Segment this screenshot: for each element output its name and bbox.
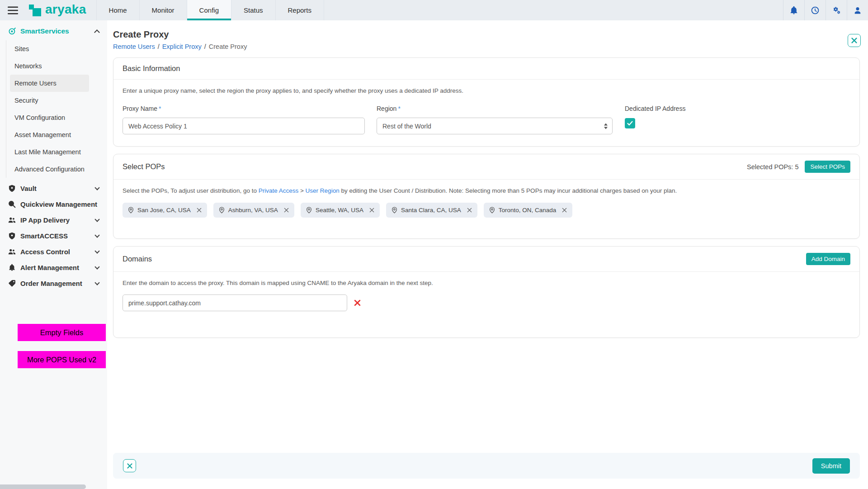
tab-reports[interactable]: Reports bbox=[275, 0, 325, 20]
location-pin-icon bbox=[306, 207, 312, 214]
chevron-down-icon bbox=[94, 185, 99, 190]
submit-button[interactable]: Submit bbox=[812, 458, 850, 474]
location-pin-icon bbox=[489, 207, 495, 214]
location-pin-icon bbox=[219, 207, 225, 214]
pop-chip-ashburn: Ashburn, VA, USA bbox=[213, 203, 294, 218]
remove-pop-icon[interactable] bbox=[197, 208, 202, 213]
footer-action-bar: Submit bbox=[113, 453, 860, 479]
private-access-link[interactable]: Private Access bbox=[259, 187, 299, 194]
remove-domain-icon[interactable] bbox=[354, 299, 361, 306]
region-select[interactable]: Rest of the World bbox=[377, 118, 613, 134]
pop-chip-seattle: Seattle, WA, USA bbox=[301, 203, 380, 218]
tab-config[interactable]: Config bbox=[187, 0, 231, 20]
history-clock-button[interactable] bbox=[804, 0, 826, 20]
sidebar-section-access-control[interactable]: Access Control bbox=[0, 244, 107, 260]
target-icon bbox=[8, 27, 16, 35]
main-content: Create Proxy Remote Users / Explicit Pro… bbox=[107, 20, 868, 489]
page-title: Create Proxy bbox=[113, 29, 860, 40]
remove-pop-icon[interactable] bbox=[369, 208, 374, 213]
chevron-down-icon bbox=[94, 248, 99, 253]
empty-fields-button[interactable]: Empty Fields bbox=[18, 324, 106, 341]
selected-pops-count: Selected POPs: 5 bbox=[747, 163, 798, 171]
search-icon bbox=[8, 200, 16, 208]
chevron-up-icon bbox=[94, 29, 100, 35]
select-pops-description: Select the POPs, To adjust user distribu… bbox=[123, 187, 850, 194]
breadcrumb-separator: / bbox=[204, 43, 206, 50]
sidebar: SmartServices Sites Networks Remote User… bbox=[0, 20, 107, 489]
sidebar-item-asset-management[interactable]: Asset Management bbox=[10, 126, 89, 143]
sidebar-item-advanced-configuration[interactable]: Advanced Configuration bbox=[10, 161, 89, 178]
pop-chip-label: Seattle, WA, USA bbox=[316, 207, 363, 214]
sidebar-section-label: Alert Management bbox=[20, 264, 79, 271]
user-region-link[interactable]: User Region bbox=[306, 187, 340, 194]
dedicated-ip-checkbox[interactable] bbox=[625, 118, 635, 128]
sidebar-section-ip-app-delivery[interactable]: IP App Delivery bbox=[0, 212, 107, 228]
domain-input[interactable] bbox=[123, 294, 347, 311]
basic-information-header: Basic Information bbox=[113, 58, 859, 80]
sidebar-item-remote-users[interactable]: Remote Users bbox=[10, 75, 89, 92]
close-icon bbox=[127, 463, 132, 469]
card-title: Select POPs bbox=[123, 162, 165, 171]
select-pops-button[interactable]: Select POPs bbox=[805, 161, 850, 173]
more-pops-used-button[interactable]: More POPS Used v2 bbox=[18, 351, 106, 368]
pop-chip-label: Toronto, ON, Canada bbox=[499, 207, 557, 214]
sidebar-item-vm-configuration[interactable]: VM Configuration bbox=[10, 109, 89, 126]
notifications-bell-button[interactable] bbox=[783, 0, 804, 20]
sidebar-section-alert-management[interactable]: Alert Management bbox=[0, 260, 107, 275]
services-gears-button[interactable] bbox=[826, 0, 847, 20]
remove-pop-icon[interactable] bbox=[467, 208, 472, 213]
tab-monitor[interactable]: Monitor bbox=[139, 0, 187, 20]
proxy-name-input[interactable] bbox=[123, 118, 365, 134]
sidebar-item-networks[interactable]: Networks bbox=[10, 57, 89, 75]
pop-chip-toronto: Toronto, ON, Canada bbox=[484, 203, 573, 218]
sidebar-item-security[interactable]: Security bbox=[10, 92, 89, 109]
user-profile-button[interactable] bbox=[847, 0, 868, 20]
close-icon bbox=[851, 38, 857, 43]
check-icon bbox=[627, 121, 633, 126]
aryaka-logo-mark-icon bbox=[29, 4, 41, 16]
breadcrumb-link-remote-users[interactable]: Remote Users bbox=[113, 43, 155, 50]
remove-pop-icon[interactable] bbox=[284, 208, 289, 213]
select-pops-header: Select POPs Selected POPs: 5 Select POPs bbox=[113, 154, 859, 180]
sidebar-item-sites[interactable]: Sites bbox=[10, 40, 89, 57]
pop-chip-santa-clara: Santa Clara, CA, USA bbox=[386, 203, 477, 218]
cancel-button[interactable] bbox=[123, 459, 136, 472]
sidebar-section-label: SmartACCESS bbox=[20, 232, 68, 240]
required-asterisk: * bbox=[159, 105, 161, 112]
pop-chip-label: Ashburn, VA, USA bbox=[228, 207, 278, 214]
sidebar-section-vault[interactable]: Vault bbox=[0, 180, 107, 196]
nav-utility-icons bbox=[783, 0, 868, 20]
required-asterisk: * bbox=[398, 105, 400, 112]
remove-pop-icon[interactable] bbox=[562, 208, 567, 213]
sidebar-item-last-mile-management[interactable]: Last Mile Management bbox=[10, 143, 89, 161]
sidebar-section-quickview-management[interactable]: Quickview Management bbox=[0, 196, 107, 212]
sidebar-section-label: SmartServices bbox=[20, 27, 69, 35]
user-icon bbox=[853, 6, 862, 15]
bell-icon bbox=[789, 6, 798, 15]
basic-information-description: Enter a unique proxy name, select the re… bbox=[123, 87, 850, 94]
sidebar-section-label: Quickview Management bbox=[20, 200, 97, 208]
sidebar-section-order-management[interactable]: Order Management bbox=[0, 275, 107, 291]
tab-home[interactable]: Home bbox=[96, 0, 139, 20]
sidebar-section-label: Order Management bbox=[20, 280, 82, 287]
tab-status[interactable]: Status bbox=[231, 0, 275, 20]
primary-nav-tabs: Home Monitor Config Status Reports bbox=[96, 0, 324, 20]
sidebar-section-smartaccess[interactable]: SmartACCESS bbox=[0, 228, 107, 244]
sidebar-scrollbar[interactable] bbox=[0, 484, 86, 489]
close-page-button[interactable] bbox=[848, 34, 861, 47]
aryaka-logo[interactable]: aryaka bbox=[25, 0, 96, 20]
card-title: Basic Information bbox=[123, 64, 180, 73]
hamburger-menu-icon[interactable] bbox=[0, 0, 25, 20]
domains-card: Domains Add Domain Enter the domain to a… bbox=[113, 246, 860, 338]
sidebar-section-label: IP App Delivery bbox=[20, 216, 70, 224]
breadcrumb: Remote Users / Explicit Proxy / Create P… bbox=[113, 43, 860, 50]
chevron-down-icon bbox=[94, 233, 99, 237]
add-domain-button[interactable]: Add Domain bbox=[806, 253, 850, 265]
shield-icon bbox=[8, 185, 16, 192]
pop-chip-label: San Jose, CA, USA bbox=[137, 207, 191, 214]
sidebar-section-smartservices[interactable]: SmartServices bbox=[0, 20, 107, 39]
location-pin-icon bbox=[128, 207, 134, 214]
basic-information-card: Basic Information Enter a unique proxy n… bbox=[113, 57, 860, 147]
breadcrumb-link-explicit-proxy[interactable]: Explicit Proxy bbox=[162, 43, 202, 50]
select-pops-card: Select POPs Selected POPs: 5 Select POPs… bbox=[113, 154, 860, 239]
